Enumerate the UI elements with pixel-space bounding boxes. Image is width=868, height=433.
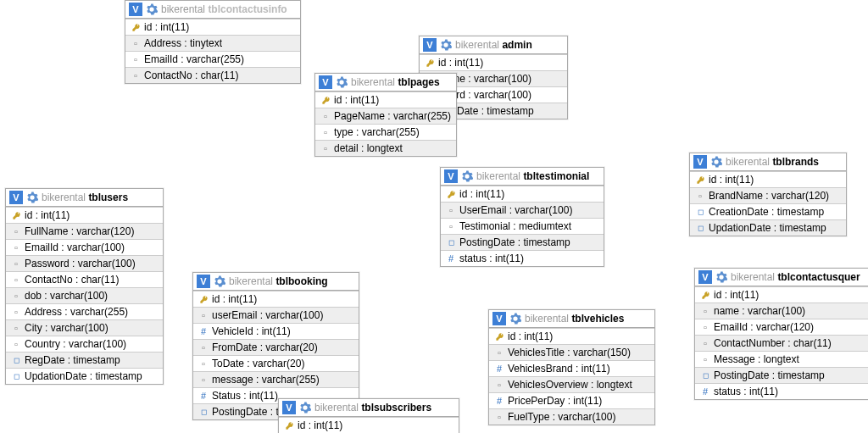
table-header[interactable]: Vbikerental tblbooking bbox=[193, 273, 359, 291]
table-header[interactable]: Vbikerental tblvehicles bbox=[489, 310, 654, 328]
column-row[interactable]: ▫Message : longtext bbox=[695, 351, 868, 367]
column-icon: ▫ bbox=[11, 242, 21, 253]
column-row[interactable]: ▫EmailId : varchar(255) bbox=[125, 51, 300, 67]
table-tbl_pages[interactable]: Vbikerental tblpagesid : int(11)▫PageNam… bbox=[314, 73, 457, 157]
table-tbl_contactusinfo[interactable]: Vbikerental tblcontactusinfoid : int(11)… bbox=[125, 0, 301, 84]
column-text: ContactNo : char(11) bbox=[25, 274, 119, 286]
column-row[interactable]: ◻RegDate : timestamp bbox=[6, 352, 163, 368]
column-row[interactable]: id : int(11) bbox=[315, 92, 456, 108]
column-row[interactable]: ▫Country : varchar(100) bbox=[6, 336, 163, 352]
column-row[interactable]: ▫BrandName : varchar(120) bbox=[690, 187, 846, 203]
column-row[interactable]: ▫Testimonial : mediumtext bbox=[441, 218, 604, 234]
column-row[interactable]: ▫EmailId : varchar(100) bbox=[6, 239, 163, 255]
datetime-icon: ◻ bbox=[695, 224, 705, 232]
column-text: id : int(11) bbox=[298, 419, 342, 431]
primary-key-icon bbox=[700, 291, 710, 300]
gear-icon[interactable] bbox=[715, 271, 727, 283]
column-row[interactable]: #status : int(11) bbox=[695, 383, 868, 399]
column-row[interactable]: id : int(11) bbox=[690, 171, 846, 187]
primary-key-icon bbox=[425, 58, 435, 68]
gear-icon[interactable] bbox=[440, 39, 452, 51]
column-row[interactable]: #status : int(11) bbox=[441, 250, 604, 266]
table-header[interactable]: Vbikerental tblpages bbox=[315, 74, 456, 92]
gear-icon[interactable] bbox=[461, 170, 473, 182]
gear-icon[interactable] bbox=[509, 313, 521, 325]
table-tbl_testimonial[interactable]: Vbikerental tbltestimonialid : int(11)▫U… bbox=[440, 167, 604, 267]
table-header[interactable]: Vbikerental tblusers bbox=[6, 189, 163, 207]
column-row[interactable]: #VehiclesBrand : int(11) bbox=[489, 360, 654, 376]
column-row[interactable]: ▫detail : longtext bbox=[315, 140, 456, 156]
column-row[interactable]: ▫FuelType : varchar(100) bbox=[489, 408, 654, 425]
gear-icon[interactable] bbox=[146, 3, 158, 15]
column-text: FromDate : varchar(20) bbox=[212, 341, 318, 353]
column-row[interactable]: ▫name : varchar(100) bbox=[695, 303, 868, 319]
column-row[interactable]: ▫PageName : varchar(255) bbox=[315, 108, 456, 124]
column-row[interactable]: id : int(11) bbox=[489, 328, 654, 344]
table-tbl_vehicles[interactable]: Vbikerental tblvehiclesid : int(11)▫Vehi… bbox=[488, 309, 655, 425]
column-row[interactable]: ▫VehiclesTitle : varchar(150) bbox=[489, 344, 654, 360]
column-row[interactable]: #VehicleId : int(11) bbox=[193, 323, 359, 339]
column-text: Password : varchar(100) bbox=[25, 258, 136, 269]
v-badge-icon: V bbox=[282, 401, 296, 414]
column-row[interactable]: ▫EmailId : varchar(120) bbox=[695, 319, 868, 335]
table-header[interactable]: Vbikerental tblcontactusinfo bbox=[125, 1, 300, 19]
column-row[interactable]: #PricePerDay : int(11) bbox=[489, 392, 654, 408]
column-row[interactable]: ▫type : varchar(255) bbox=[315, 124, 456, 140]
column-row[interactable]: ▫Address : varchar(255) bbox=[6, 303, 163, 319]
table-header[interactable]: Vbikerental tbltestimonial bbox=[441, 168, 604, 186]
table-header[interactable]: Vbikerental tblcontactusquer bbox=[695, 269, 868, 286]
column-row[interactable]: ▫VehiclesOverview : longtext bbox=[489, 376, 654, 392]
gear-icon[interactable] bbox=[214, 275, 225, 287]
column-row[interactable]: ▫FullName : varchar(120) bbox=[6, 223, 163, 239]
column-row[interactable]: ▫City : varchar(100) bbox=[6, 319, 163, 336]
column-row[interactable]: ◻UpdationDate : timestamp bbox=[690, 219, 846, 236]
column-row[interactable]: ▫userEmail : varchar(100) bbox=[193, 307, 359, 323]
numeric-icon: # bbox=[198, 326, 209, 336]
column-text: BrandName : varchar(120) bbox=[709, 190, 829, 202]
column-row[interactable]: id : int(11) bbox=[6, 207, 163, 223]
column-row[interactable]: ◻UpdationDate : timestamp bbox=[6, 368, 163, 384]
table-tbl_users[interactable]: Vbikerental tblusersid : int(11)▫FullNam… bbox=[5, 188, 164, 385]
column-icon: ▫ bbox=[198, 375, 209, 385]
column-row[interactable]: id : int(11) bbox=[193, 291, 359, 307]
column-row[interactable]: ▫UserEmail : varchar(100) bbox=[441, 202, 604, 218]
column-row[interactable]: ▫ContactNo : char(11) bbox=[6, 271, 163, 287]
column-text: ContactNumber : char(11) bbox=[714, 337, 832, 349]
gear-icon[interactable] bbox=[710, 156, 722, 168]
gear-icon[interactable] bbox=[336, 76, 348, 88]
column-row[interactable]: ▫FromDate : varchar(20) bbox=[193, 339, 359, 355]
column-icon: ▫ bbox=[11, 258, 21, 269]
column-icon: ▫ bbox=[320, 111, 331, 121]
column-text: FuelType : varchar(100) bbox=[508, 411, 615, 423]
v-badge-icon: V bbox=[197, 275, 210, 288]
table-tbl_brands[interactable]: Vbikerental tblbrandsid : int(11)▫BrandN… bbox=[689, 153, 847, 236]
column-row[interactable]: ▫ContactNumber : char(11) bbox=[695, 335, 868, 351]
gear-icon[interactable] bbox=[299, 402, 311, 414]
column-row[interactable]: id : int(11) bbox=[125, 19, 300, 35]
column-text: Status : int(11) bbox=[212, 390, 278, 402]
table-header[interactable]: Vbikerental admin bbox=[420, 36, 567, 54]
primary-key-icon bbox=[131, 23, 141, 32]
column-text: id : int(11) bbox=[438, 57, 483, 69]
datetime-icon: ◻ bbox=[198, 408, 209, 416]
column-row[interactable]: id : int(11) bbox=[279, 417, 459, 433]
er-diagram-canvas[interactable]: Vbikerental tblcontactusinfoid : int(11)… bbox=[0, 0, 868, 433]
column-row[interactable]: ◻PostingDate : timestamp bbox=[695, 367, 868, 383]
column-row[interactable]: ▫Password : varchar(100) bbox=[6, 255, 163, 271]
column-row[interactable]: ▫ToDate : varchar(20) bbox=[193, 355, 359, 371]
column-row[interactable]: ▫dob : varchar(100) bbox=[6, 287, 163, 303]
table-tbl_contactusquery[interactable]: Vbikerental tblcontactusquerid : int(11)… bbox=[694, 268, 868, 400]
column-row[interactable]: ▫Address : tinytext bbox=[125, 35, 300, 51]
column-row[interactable]: ▫ContactNo : char(11) bbox=[125, 67, 300, 83]
column-row[interactable]: id : int(11) bbox=[420, 54, 567, 70]
table-title: bikerental tbltestimonial bbox=[476, 170, 589, 182]
table-tbl_subscribers[interactable]: Vbikerental tblsubscribersid : int(11) bbox=[278, 398, 459, 433]
column-row[interactable]: ▫message : varchar(255) bbox=[193, 371, 359, 387]
column-row[interactable]: ◻PostingDate : timestamp bbox=[441, 234, 604, 250]
table-header[interactable]: Vbikerental tblbrands bbox=[690, 153, 846, 171]
table-header[interactable]: Vbikerental tblsubscribers bbox=[279, 399, 459, 417]
column-row[interactable]: id : int(11) bbox=[441, 186, 604, 202]
column-row[interactable]: id : int(11) bbox=[695, 286, 868, 303]
gear-icon[interactable] bbox=[26, 192, 38, 203]
column-row[interactable]: ◻CreationDate : timestamp bbox=[690, 203, 846, 219]
